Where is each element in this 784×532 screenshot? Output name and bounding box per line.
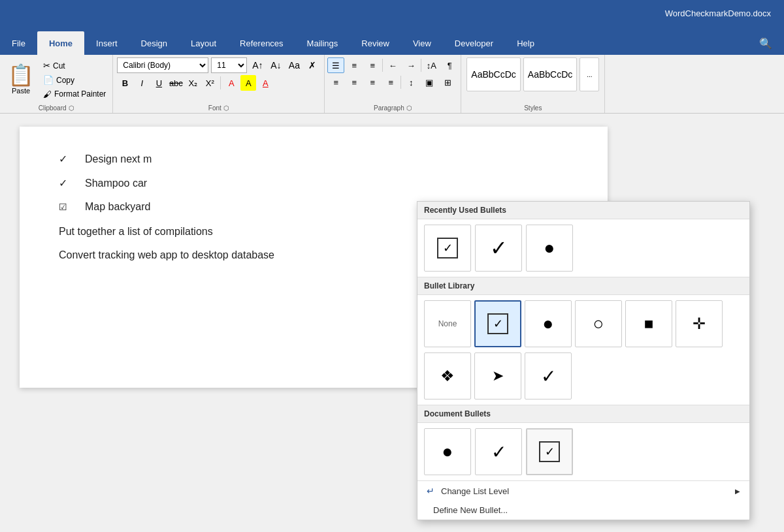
styles-group: AaBbCcDc AaBbCcDc ... Styles bbox=[461, 55, 605, 113]
increase-font-button[interactable]: A↑ bbox=[250, 57, 265, 73]
sort-button[interactable]: ↕A bbox=[423, 57, 440, 73]
doc-text-4[interactable]: Put together a list of compilations bbox=[59, 226, 213, 238]
clipboard-expand-icon[interactable]: ⬡ bbox=[69, 104, 74, 112]
document-title: WordCheckmarkDemo.docx bbox=[665, 8, 771, 18]
doc-bullet-circle[interactable]: ● bbox=[424, 428, 471, 475]
tab-developer[interactable]: Developer bbox=[443, 31, 505, 55]
text-color-button[interactable]: A bbox=[257, 75, 273, 91]
define-new-bullet-label: Define New Bullet... bbox=[433, 505, 508, 515]
library-bullet-square[interactable]: ■ bbox=[625, 300, 672, 347]
divider bbox=[382, 59, 383, 72]
italic-button[interactable]: I bbox=[134, 75, 150, 91]
library-bullet-diamond[interactable]: ❖ bbox=[424, 352, 471, 399]
paste-icon: 📋 bbox=[8, 65, 34, 86]
paragraph-group: ☰ ≡ ≡ ← → ↕A ¶ ≡ ≡ ≡ ≡ ↕ ▣ ⊞ Paragraph ⬡ bbox=[325, 55, 461, 113]
style-more[interactable]: ... bbox=[580, 57, 599, 91]
submenu-arrow: ▶ bbox=[735, 488, 740, 495]
tab-design[interactable]: Design bbox=[129, 31, 179, 55]
copy-button[interactable]: 📄 Copy bbox=[39, 73, 110, 87]
recent-bullet-checkmark[interactable]: ✓ bbox=[475, 225, 522, 272]
doc-text-5[interactable]: Convert tracking web app to desktop data… bbox=[59, 249, 274, 261]
paragraph-expand-icon[interactable]: ⬡ bbox=[406, 104, 412, 112]
tab-view[interactable]: View bbox=[401, 31, 443, 55]
line-spacing-button[interactable]: ↕ bbox=[402, 74, 419, 90]
doc-text-2[interactable]: Shampoo car bbox=[85, 178, 147, 189]
doc-bullet-checkbox[interactable]: ✓ bbox=[526, 428, 573, 475]
highlight-button[interactable]: A bbox=[240, 75, 256, 91]
align-center-button[interactable]: ≡ bbox=[346, 74, 363, 90]
copy-label: Copy bbox=[56, 76, 74, 85]
library-bullet-filled-circle[interactable]: ● bbox=[525, 300, 572, 347]
font-name-select[interactable]: Calibri (Body) bbox=[117, 57, 208, 73]
subscript-button[interactable]: X₂ bbox=[185, 75, 201, 91]
tab-help[interactable]: Help bbox=[505, 31, 546, 55]
change-case-button[interactable]: Aa bbox=[286, 57, 302, 73]
decrease-indent-button[interactable]: ← bbox=[384, 57, 401, 73]
library-bullet-cross[interactable]: ✛ bbox=[676, 300, 723, 347]
library-bullet-open-circle[interactable]: ○ bbox=[575, 300, 622, 347]
recent-bullet-checkbox[interactable]: ✓ bbox=[424, 225, 471, 272]
paragraph-row-1: ☰ ≡ ≡ ← → ↕A ¶ bbox=[327, 57, 458, 73]
library-bullet-checkbox[interactable]: ✓ bbox=[474, 300, 521, 347]
document-bullets-title: Document Bullets bbox=[417, 405, 749, 423]
format-painter-label: Format Painter bbox=[54, 89, 106, 99]
style-normal[interactable]: AaBbCcDc bbox=[466, 57, 520, 91]
doc-text-1[interactable]: Design next m bbox=[85, 153, 152, 165]
tab-mailings[interactable]: Mailings bbox=[295, 31, 350, 55]
clipboard-sub: ✂ Cut 📄 Copy 🖌 Format Painter bbox=[39, 57, 110, 101]
multilevel-list-button[interactable]: ≡ bbox=[364, 57, 381, 73]
divider bbox=[220, 76, 221, 89]
bullet-library-grid-2: ❖ ➤ ✓ bbox=[417, 352, 749, 405]
search-button[interactable]: 🔍 bbox=[747, 31, 784, 55]
paste-button[interactable]: 📋 Paste bbox=[3, 57, 39, 101]
increase-indent-button[interactable]: → bbox=[402, 57, 419, 73]
doc-checkbox-symbol: ✓ bbox=[539, 441, 560, 462]
cut-label: Cut bbox=[53, 61, 65, 70]
font-size-select[interactable]: 11 bbox=[211, 57, 247, 73]
tab-references[interactable]: References bbox=[228, 31, 295, 55]
document-area: ✓ Design next m ✓ Shampoo car ☑ Map back… bbox=[0, 114, 784, 532]
change-list-level-label: Change List Level bbox=[441, 486, 509, 496]
tab-review[interactable]: Review bbox=[350, 31, 401, 55]
clear-formatting-button[interactable]: ✗ bbox=[304, 57, 320, 73]
define-new-bullet-item[interactable]: Define New Bullet... bbox=[417, 501, 749, 520]
bullet-dropdown: Recently Used Bullets ✓ ✓ ● Bullet Libra… bbox=[417, 201, 750, 520]
superscript-button[interactable]: X² bbox=[202, 75, 218, 91]
decrease-font-button[interactable]: A↓ bbox=[268, 57, 284, 73]
font-expand-icon[interactable]: ⬡ bbox=[223, 104, 229, 112]
paragraph-row-2: ≡ ≡ ≡ ≡ ↕ ▣ ⊞ bbox=[327, 74, 458, 90]
document-bullets-grid: ● ✓ ✓ bbox=[417, 423, 749, 480]
numbered-list-button[interactable]: ≡ bbox=[346, 57, 363, 73]
tab-file[interactable]: File bbox=[0, 31, 37, 55]
align-right-button[interactable]: ≡ bbox=[364, 74, 381, 90]
bullets-button[interactable]: ☰ bbox=[327, 57, 344, 73]
format-painter-button[interactable]: 🖌 Format Painter bbox=[39, 87, 110, 101]
change-list-level-icon: ↵ bbox=[427, 486, 434, 496]
cut-button[interactable]: ✂ Cut bbox=[39, 59, 110, 73]
library-bullet-none[interactable]: None bbox=[424, 300, 471, 347]
checkmark-symbol: ✓ bbox=[490, 236, 508, 260]
library-bullet-checkmark[interactable]: ✓ bbox=[525, 352, 572, 399]
show-hide-button[interactable]: ¶ bbox=[441, 57, 458, 73]
library-bullet-arrow[interactable]: ➤ bbox=[474, 352, 521, 399]
doc-bullet-checkmark[interactable]: ✓ bbox=[475, 428, 522, 475]
borders-button[interactable]: ⊞ bbox=[439, 74, 456, 90]
tab-layout[interactable]: Layout bbox=[179, 31, 228, 55]
justify-button[interactable]: ≡ bbox=[382, 74, 399, 90]
recent-bullet-circle[interactable]: ● bbox=[526, 225, 573, 272]
font-color-button[interactable]: A bbox=[223, 75, 239, 91]
cut-icon: ✂ bbox=[43, 61, 50, 70]
doc-text-3[interactable]: Map backyard bbox=[85, 201, 151, 213]
align-left-button[interactable]: ≡ bbox=[327, 74, 344, 90]
style-items: AaBbCcDc AaBbCcDc ... bbox=[466, 57, 599, 91]
tab-home[interactable]: Home bbox=[37, 31, 84, 55]
bullet-1: ✓ bbox=[59, 153, 74, 165]
style-no-spacing[interactable]: AaBbCcDc bbox=[523, 57, 577, 91]
bold-button[interactable]: B bbox=[117, 75, 133, 91]
shading-button[interactable]: ▣ bbox=[421, 74, 438, 90]
recently-used-title: Recently Used Bullets bbox=[417, 202, 749, 219]
underline-button[interactable]: U bbox=[151, 75, 167, 91]
change-list-level-item[interactable]: ↵ Change List Level ▶ bbox=[417, 481, 749, 501]
tab-insert[interactable]: Insert bbox=[84, 31, 129, 55]
strikethrough-button[interactable]: abc bbox=[168, 75, 184, 91]
